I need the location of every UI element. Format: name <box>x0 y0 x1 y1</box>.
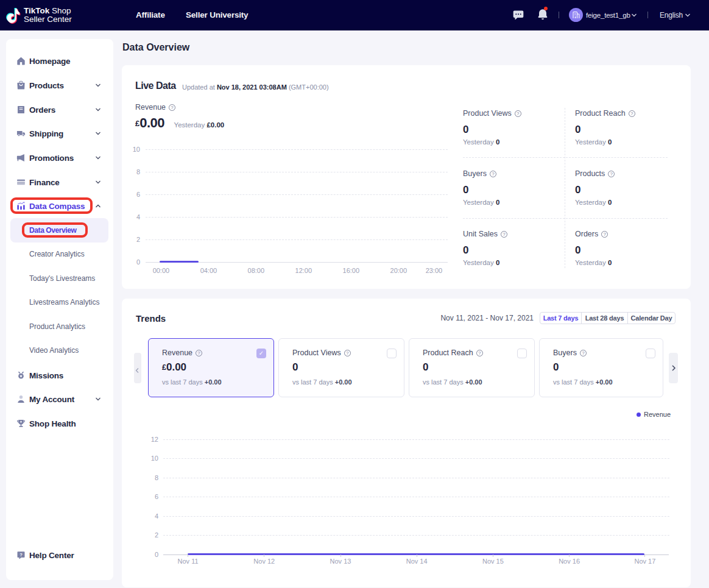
svg-text:?: ? <box>19 552 23 558</box>
